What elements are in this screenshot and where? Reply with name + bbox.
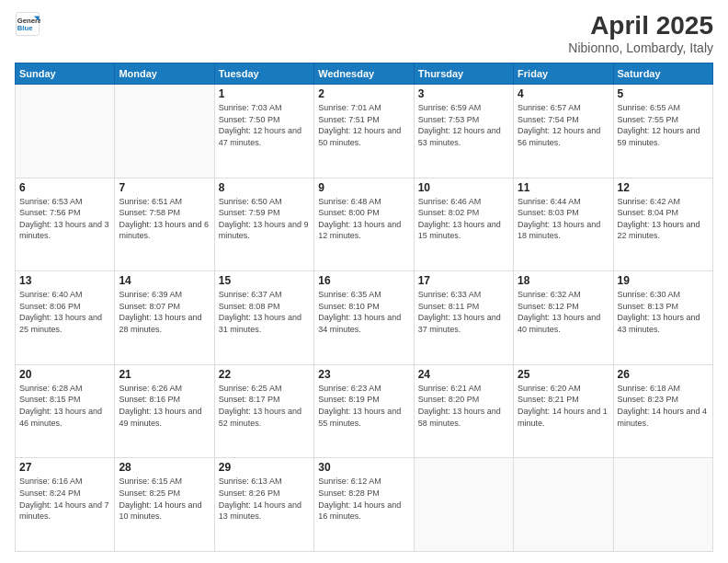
day-cell: 23Sunrise: 6:23 AMSunset: 8:19 PMDayligh… (314, 364, 414, 458)
day-number: 22 (219, 368, 310, 381)
day-cell: 4Sunrise: 6:57 AMSunset: 7:54 PMDaylight… (514, 85, 613, 178)
day-cell: 6Sunrise: 6:53 AMSunset: 7:56 PMDaylight… (16, 178, 115, 271)
day-info: Sunrise: 6:23 AMSunset: 8:19 PMDaylight:… (318, 383, 409, 429)
weekday-sunday: Sunday (16, 63, 115, 85)
day-info: Sunrise: 6:57 AMSunset: 7:54 PMDaylight:… (518, 102, 609, 148)
day-cell: 10Sunrise: 6:46 AMSunset: 8:02 PMDayligh… (414, 178, 513, 271)
day-number: 4 (518, 87, 609, 100)
day-info: Sunrise: 6:32 AMSunset: 8:12 PMDaylight:… (518, 289, 609, 335)
day-number: 30 (318, 461, 409, 474)
week-row-5: 27Sunrise: 6:16 AMSunset: 8:24 PMDayligh… (16, 458, 713, 552)
location: Nibionno, Lombardy, Italy (568, 40, 713, 55)
day-info: Sunrise: 6:37 AMSunset: 8:08 PMDaylight:… (219, 289, 310, 335)
day-cell: 8Sunrise: 6:50 AMSunset: 7:59 PMDaylight… (214, 178, 313, 271)
day-number: 7 (119, 181, 210, 194)
day-cell: 24Sunrise: 6:21 AMSunset: 8:20 PMDayligh… (414, 364, 513, 458)
day-cell: 29Sunrise: 6:13 AMSunset: 8:26 PMDayligh… (214, 458, 313, 552)
header: General Blue General Blue April 2025 Nib… (15, 11, 713, 55)
weekday-header-row: SundayMondayTuesdayWednesdayThursdayFrid… (16, 63, 713, 85)
day-cell: 5Sunrise: 6:55 AMSunset: 7:55 PMDaylight… (613, 85, 712, 178)
day-cell (16, 85, 115, 178)
day-cell: 27Sunrise: 6:16 AMSunset: 8:24 PMDayligh… (16, 458, 115, 552)
day-cell (115, 85, 214, 178)
day-cell (414, 458, 513, 552)
day-number: 28 (119, 461, 210, 474)
day-number: 26 (618, 368, 709, 381)
day-number: 25 (518, 368, 609, 381)
day-cell: 20Sunrise: 6:28 AMSunset: 8:15 PMDayligh… (16, 364, 115, 458)
day-info: Sunrise: 6:55 AMSunset: 7:55 PMDaylight:… (618, 102, 709, 148)
day-cell: 2Sunrise: 7:01 AMSunset: 7:51 PMDaylight… (314, 85, 414, 178)
day-number: 20 (19, 368, 110, 381)
day-info: Sunrise: 6:48 AMSunset: 8:00 PMDaylight:… (318, 196, 409, 242)
day-number: 23 (318, 368, 409, 381)
day-info: Sunrise: 6:46 AMSunset: 8:02 PMDaylight:… (418, 196, 509, 242)
day-info: Sunrise: 6:28 AMSunset: 8:15 PMDaylight:… (19, 383, 110, 429)
weekday-monday: Monday (115, 63, 214, 85)
day-number: 27 (19, 461, 110, 474)
day-info: Sunrise: 6:44 AMSunset: 8:03 PMDaylight:… (518, 196, 609, 242)
day-info: Sunrise: 6:59 AMSunset: 7:53 PMDaylight:… (418, 102, 509, 148)
day-cell: 28Sunrise: 6:15 AMSunset: 8:25 PMDayligh… (115, 458, 214, 552)
day-number: 13 (19, 274, 110, 287)
week-row-3: 13Sunrise: 6:40 AMSunset: 8:06 PMDayligh… (16, 271, 713, 365)
day-cell: 7Sunrise: 6:51 AMSunset: 7:58 PMDaylight… (115, 178, 214, 271)
day-number: 18 (518, 274, 609, 287)
title-block: April 2025 Nibionno, Lombardy, Italy (568, 11, 713, 55)
day-info: Sunrise: 6:12 AMSunset: 8:28 PMDaylight:… (318, 476, 409, 522)
day-number: 19 (618, 274, 709, 287)
day-cell: 15Sunrise: 6:37 AMSunset: 8:08 PMDayligh… (214, 271, 313, 365)
day-cell (613, 458, 712, 552)
week-row-2: 6Sunrise: 6:53 AMSunset: 7:56 PMDaylight… (16, 178, 713, 271)
day-info: Sunrise: 6:33 AMSunset: 8:11 PMDaylight:… (418, 289, 509, 335)
day-cell: 17Sunrise: 6:33 AMSunset: 8:11 PMDayligh… (414, 271, 513, 365)
day-number: 1 (219, 87, 310, 100)
day-info: Sunrise: 7:01 AMSunset: 7:51 PMDaylight:… (318, 102, 409, 148)
day-number: 14 (119, 274, 210, 287)
day-info: Sunrise: 6:13 AMSunset: 8:26 PMDaylight:… (219, 476, 310, 522)
day-info: Sunrise: 6:53 AMSunset: 7:56 PMDaylight:… (19, 196, 110, 242)
day-number: 11 (518, 181, 609, 194)
day-number: 17 (418, 274, 509, 287)
page: General Blue General Blue April 2025 Nib… (0, 0, 728, 563)
day-cell: 13Sunrise: 6:40 AMSunset: 8:06 PMDayligh… (16, 271, 115, 365)
day-cell: 16Sunrise: 6:35 AMSunset: 8:10 PMDayligh… (314, 271, 414, 365)
calendar-table: SundayMondayTuesdayWednesdayThursdayFrid… (15, 63, 713, 552)
day-number: 21 (119, 368, 210, 381)
day-info: Sunrise: 6:15 AMSunset: 8:25 PMDaylight:… (119, 476, 210, 522)
day-cell: 22Sunrise: 6:25 AMSunset: 8:17 PMDayligh… (214, 364, 313, 458)
day-number: 5 (618, 87, 709, 100)
day-info: Sunrise: 6:51 AMSunset: 7:58 PMDaylight:… (119, 196, 210, 242)
day-number: 9 (318, 181, 409, 194)
weekday-saturday: Saturday (613, 63, 712, 85)
day-cell: 9Sunrise: 6:48 AMSunset: 8:00 PMDaylight… (314, 178, 414, 271)
day-cell: 25Sunrise: 6:20 AMSunset: 8:21 PMDayligh… (514, 364, 613, 458)
weekday-wednesday: Wednesday (314, 63, 414, 85)
logo-icon: General Blue (15, 11, 40, 37)
day-cell (514, 458, 613, 552)
svg-text:Blue: Blue (17, 24, 33, 32)
day-cell: 1Sunrise: 7:03 AMSunset: 7:50 PMDaylight… (214, 85, 313, 178)
day-number: 16 (318, 274, 409, 287)
day-number: 12 (618, 181, 709, 194)
day-cell: 3Sunrise: 6:59 AMSunset: 7:53 PMDaylight… (414, 85, 513, 178)
day-number: 10 (418, 181, 509, 194)
day-cell: 18Sunrise: 6:32 AMSunset: 8:12 PMDayligh… (514, 271, 613, 365)
day-info: Sunrise: 6:42 AMSunset: 8:04 PMDaylight:… (618, 196, 709, 242)
day-info: Sunrise: 6:16 AMSunset: 8:24 PMDaylight:… (19, 476, 110, 522)
logo: General Blue General Blue (15, 11, 40, 37)
week-row-1: 1Sunrise: 7:03 AMSunset: 7:50 PMDaylight… (16, 85, 713, 178)
day-number: 6 (19, 181, 110, 194)
day-info: Sunrise: 6:30 AMSunset: 8:13 PMDaylight:… (618, 289, 709, 335)
day-info: Sunrise: 6:20 AMSunset: 8:21 PMDaylight:… (518, 383, 609, 429)
month-year: April 2025 (568, 11, 713, 40)
day-info: Sunrise: 6:50 AMSunset: 7:59 PMDaylight:… (219, 196, 310, 242)
day-cell: 12Sunrise: 6:42 AMSunset: 8:04 PMDayligh… (613, 178, 712, 271)
day-cell: 21Sunrise: 6:26 AMSunset: 8:16 PMDayligh… (115, 364, 214, 458)
day-number: 29 (219, 461, 310, 474)
day-cell: 14Sunrise: 6:39 AMSunset: 8:07 PMDayligh… (115, 271, 214, 365)
day-number: 3 (418, 87, 509, 100)
day-info: Sunrise: 6:25 AMSunset: 8:17 PMDaylight:… (219, 383, 310, 429)
day-cell: 30Sunrise: 6:12 AMSunset: 8:28 PMDayligh… (314, 458, 414, 552)
weekday-friday: Friday (514, 63, 613, 85)
